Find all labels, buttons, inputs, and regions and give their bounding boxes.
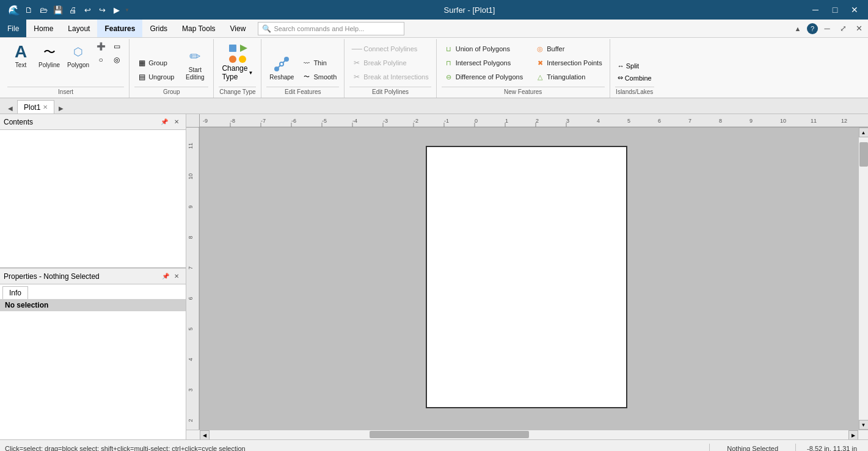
ungroup-button[interactable]: ▤ Ungroup [134, 71, 177, 83]
new-button[interactable]: 🗋 [22, 3, 35, 16]
menu-layout[interactable]: Layout [60, 20, 97, 37]
h-scrollbar-row[interactable]: ◀ ▶ [186, 430, 868, 439]
plus-insert-button[interactable]: ➕ [93, 40, 108, 52]
break-polyline-icon: ✂ [352, 58, 362, 68]
menu-view[interactable]: View [223, 20, 253, 37]
difference-of-polygons-button[interactable]: ⊖ Difference of Polygons [442, 71, 525, 83]
menu-grids[interactable]: Grids [142, 20, 175, 37]
rect-icon: ▭ [112, 41, 122, 51]
start-editing-button[interactable]: ✏ StartEditing [181, 45, 208, 83]
qa-dropdown[interactable]: ▼ [125, 7, 129, 13]
combine-label: Combine [625, 74, 652, 82]
break-polyline-button[interactable]: ✂ Break Polyline [349, 57, 431, 69]
intersection-points-button[interactable]: ✖ Intersection Points [533, 57, 605, 69]
circle-insert-button[interactable]: ○ [93, 54, 108, 66]
connect-polylines-icon: ── [352, 44, 362, 54]
svg-text:7: 7 [188, 266, 194, 269]
contents-close-btn[interactable]: ✕ [171, 117, 182, 128]
svg-text:8: 8 [719, 118, 722, 124]
search-box[interactable]: 🔍 Search commands and Help... [258, 22, 404, 35]
text-button[interactable]: A Text [7, 40, 34, 71]
svg-text:6: 6 [658, 118, 661, 124]
v-scroll-track[interactable] [859, 137, 869, 420]
canvas-area[interactable]: /* generated ticks */ -9 -8 -7 -6 -5 -4 … [186, 114, 868, 439]
reshape-icon [272, 54, 291, 74]
v-scroll-down[interactable]: ▼ [859, 420, 869, 430]
status-divider-1 [709, 444, 710, 452]
polygon-button[interactable]: ⬡ Polygon [64, 40, 92, 71]
h-scroll-track[interactable] [210, 430, 848, 439]
arrow-button[interactable]: ▶ [110, 3, 123, 16]
analysis-ops: ◎ Buffer ✖ Intersection Points △ Triangu… [533, 43, 605, 83]
close-button[interactable]: ✕ [846, 3, 863, 16]
polyline-btns: ── Connect Polylines ✂ Break Polyline ✂ … [349, 43, 431, 83]
contents-pin-btn[interactable]: 📌 [159, 117, 170, 128]
donut-insert-button[interactable]: ◎ [109, 54, 124, 66]
buffer-button[interactable]: ◎ Buffer [533, 43, 605, 55]
minimize-button[interactable]: ─ [807, 3, 824, 16]
tab-nav-right[interactable]: ▶ [56, 103, 67, 114]
triangulation-button[interactable]: △ Triangulation [533, 71, 605, 83]
h-scroll-left[interactable]: ◀ [200, 430, 210, 439]
plot1-tab[interactable]: Plot1 ✕ [17, 100, 54, 114]
break-at-intersections-button[interactable]: ✂ Break at Intersections [349, 71, 431, 83]
v-scrollbar[interactable]: ▲ ▼ [858, 128, 868, 430]
svg-text:3: 3 [566, 118, 569, 124]
union-of-polygons-button[interactable]: ⊔ Union of Polygons [442, 43, 525, 55]
menu-file[interactable]: File [0, 20, 26, 37]
text-label: Text [15, 62, 26, 69]
open-button[interactable]: 🗁 [37, 3, 50, 16]
no-selection-bar: No selection [0, 299, 186, 311]
connect-polylines-button[interactable]: ── Connect Polylines [349, 43, 431, 55]
contents-panel: Contents 📌 ✕ [0, 114, 186, 269]
properties-tabs: Info [0, 284, 186, 299]
change-type-dropdown-icon: ▼ [248, 70, 253, 76]
window-controls: ─ □ ✕ [807, 3, 863, 16]
collapse-ribbon-btn[interactable]: ▲ [791, 22, 804, 35]
ruler-corner [186, 114, 200, 128]
redo-button[interactable]: ↪ [95, 3, 109, 16]
combine-icon: ⇔ [618, 74, 623, 82]
triangulation-label: Triangulation [547, 73, 585, 81]
svg-text:1: 1 [505, 118, 508, 124]
v-scroll-up[interactable]: ▲ [859, 128, 869, 137]
properties-pin-btn[interactable]: 📌 [160, 271, 171, 282]
svg-text:4: 4 [188, 358, 194, 361]
tab-nav-left[interactable]: ◀ [5, 103, 16, 114]
maximize-button[interactable]: □ [826, 3, 844, 16]
break-at-intersections-icon: ✂ [352, 72, 362, 82]
h-scroll-right[interactable]: ▶ [848, 430, 858, 439]
svg-text:10: 10 [780, 118, 786, 124]
properties-close-btn[interactable]: ✕ [171, 271, 182, 282]
menu-home[interactable]: Home [26, 20, 60, 37]
status-hint: Click=select; drag=block select; shift+c… [5, 445, 704, 452]
plot1-tab-close[interactable]: ✕ [43, 104, 48, 110]
thin-button[interactable]: 〰 Thin [299, 57, 339, 69]
combine-button[interactable]: ⇔ Combine [615, 73, 654, 83]
info-tab[interactable]: Info [2, 286, 28, 299]
menu-map-tools[interactable]: Map Tools [175, 20, 222, 37]
print-button[interactable]: 🖨 [66, 3, 79, 16]
h-scroll-thumb[interactable] [370, 431, 530, 438]
search-placeholder: Search commands and Help... [274, 25, 364, 32]
split-button[interactable]: ↔ Split [615, 61, 654, 71]
intersect-polygons-button[interactable]: ⊓ Intersect Polygons [442, 57, 525, 69]
group-button[interactable]: ▦ Group [134, 57, 177, 69]
rect-insert-button[interactable]: ▭ [109, 40, 124, 52]
left-panel: Contents 📌 ✕ Properties - Nothing Select… [0, 114, 186, 439]
reshape-button[interactable]: Reshape [266, 52, 297, 83]
restore-app-btn[interactable]: ⤢ [836, 22, 850, 35]
svg-marker-1 [240, 45, 247, 52]
save-button[interactable]: 💾 [51, 3, 65, 16]
close-app-btn[interactable]: ✕ [852, 22, 866, 35]
undo-button[interactable]: ↩ [81, 3, 94, 16]
smooth-button[interactable]: 〜 Smooth [299, 71, 339, 83]
minimize-app-btn[interactable]: ─ [820, 22, 834, 35]
help-button[interactable]: ? [807, 23, 818, 34]
menu-features[interactable]: Features [97, 20, 142, 37]
canvas-scroll[interactable] [200, 128, 858, 430]
polyline-button[interactable]: 〜 Polyline [35, 40, 63, 71]
v-scroll-thumb[interactable] [859, 142, 868, 167]
app-icon: 🌊 [7, 3, 21, 16]
change-type-button[interactable]: ChangeType ▼ [219, 40, 256, 83]
